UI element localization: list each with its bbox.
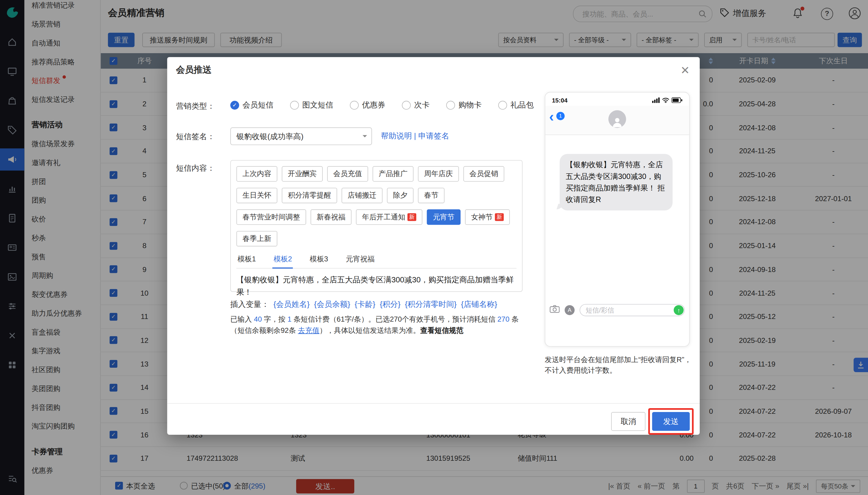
sms-template-chip[interactable]: 会员促销: [463, 166, 504, 182]
template-tab[interactable]: 模板1: [237, 252, 257, 268]
insert-variables-row: 插入变量： {会员姓名}{会员余额}{卡龄}{积分}{积分清零时间}{店铺名称}: [230, 300, 530, 309]
member-push-modal: 会员推送 ✕ 营销类型： 会员短信图文短信优惠券次卡购物卡礼品包 短信签名： 银…: [167, 57, 700, 435]
template-tab[interactable]: 模板2: [273, 252, 293, 269]
phone-nav-bar: ‹ 1: [545, 106, 689, 135]
phone-status-bar: 15:04: [545, 95, 689, 106]
insert-variable-token[interactable]: {会员姓名}: [273, 300, 310, 309]
sms-content-box: 上次内容开业酬宾会员充值产品推广周年店庆会员促销生日关怀积分清零提醒店铺搬迁除夕…: [230, 160, 523, 292]
radio-unchecked-icon[interactable]: [446, 101, 455, 109]
modal-title: 会员推送: [176, 64, 211, 76]
marketing-type-label: 礼品包: [510, 100, 534, 110]
sms-template-chip[interactable]: 产品推广: [372, 166, 414, 182]
camera-icon: [550, 305, 560, 315]
template-chip-list: 上次内容开业酬宾会员充值产品推广周年店庆会员促销生日关怀积分清零提醒店铺搬迁除夕…: [237, 166, 517, 246]
new-badge: 新: [407, 213, 416, 221]
close-icon[interactable]: ✕: [678, 62, 692, 79]
marketing-type-label: 购物卡: [458, 100, 482, 110]
radio-unchecked-icon[interactable]: [498, 101, 507, 109]
phone-input-placeholder: 短信/彩信: [586, 305, 614, 316]
marketing-type-option[interactable]: 图文短信: [290, 100, 333, 110]
template-tab[interactable]: 元宵祝福: [345, 252, 376, 268]
marketing-type-group: 会员短信图文短信优惠券次卡购物卡礼品包: [230, 100, 534, 110]
marketing-type-label: 营销类型：: [176, 101, 215, 112]
modal-footer-divider: [167, 403, 700, 404]
signal-icon: [652, 96, 660, 105]
sms-template-chip[interactable]: 元宵节: [427, 209, 461, 225]
insert-variable-token[interactable]: {积分}: [380, 300, 400, 309]
wifi-icon: [662, 96, 669, 105]
sms-template-chip[interactable]: 会员充值: [327, 166, 368, 182]
phone-input-row: A 短信/彩信 ↑: [545, 304, 689, 317]
sms-template-chip[interactable]: 女神节新: [465, 209, 510, 225]
send-arrow-icon: ↑: [674, 305, 684, 315]
sms-template-chip[interactable]: 上次内容: [237, 166, 278, 182]
send-button[interactable]: 发送: [652, 412, 690, 431]
sms-template-chip[interactable]: 除夕: [387, 188, 414, 204]
sms-preview-bubble: 【银豹收银】元宵特惠，全店五大品类专区满300减30，购买指定商品加赠当季鲜果！…: [560, 154, 673, 210]
appstore-icon: A: [565, 305, 575, 315]
cancel-button[interactable]: 取消: [611, 412, 645, 431]
unread-badge: 1: [556, 112, 565, 120]
radio-unchecked-icon[interactable]: [290, 101, 299, 109]
marketing-type-label: 优惠券: [362, 100, 385, 110]
sms-template-chip[interactable]: 积分清零提醒: [282, 188, 337, 204]
radio-unchecked-icon[interactable]: [350, 101, 359, 109]
sms-signature-label: 短信签名：: [176, 132, 215, 142]
marketing-type-label: 次卡: [414, 100, 430, 110]
sms-message-textarea[interactable]: 【银豹收银】元宵特惠，全店五大品类专区满300减30，购买指定商品加赠当季鲜果！: [237, 273, 517, 298]
insert-variable-token[interactable]: {会员余额}: [314, 300, 350, 309]
sms-signature-select[interactable]: 银豹收银(成功率高): [230, 127, 372, 145]
marketing-type-option[interactable]: 购物卡: [446, 100, 482, 110]
radio-unchecked-icon[interactable]: [402, 101, 411, 109]
insert-variables-label: 插入变量：: [230, 300, 269, 309]
append-note: 发送时平台会在短信尾部加上“拒收请回复R”， 不计入费用统计字数。: [545, 354, 693, 375]
sms-template-chip[interactable]: 店铺搬迁: [342, 188, 383, 204]
phone-time: 15:04: [552, 97, 568, 104]
contact-avatar: [608, 110, 626, 128]
sms-rules-link[interactable]: 查看短信规范: [420, 326, 463, 334]
radio-checked-icon[interactable]: [230, 101, 239, 109]
recharge-link[interactable]: 去充值: [298, 326, 319, 334]
sms-template-chip[interactable]: 周年店庆: [418, 166, 459, 182]
sms-template-chip[interactable]: 春节营业时间调整: [237, 209, 306, 225]
sms-template-chip[interactable]: 年后开工通知新: [356, 209, 422, 225]
insert-variable-token[interactable]: {店铺名称}: [461, 300, 497, 309]
marketing-type-option[interactable]: 优惠券: [350, 100, 385, 110]
battery-icon: [671, 96, 682, 105]
sms-template-chip[interactable]: 生日关怀: [237, 188, 278, 204]
marketing-type-option[interactable]: 礼品包: [498, 100, 534, 110]
sms-template-chip[interactable]: 春季上新: [237, 231, 278, 246]
marketing-type-label: 会员短信: [242, 100, 273, 110]
template-tab[interactable]: 模板3: [309, 252, 329, 268]
marketing-type-option[interactable]: 会员短信: [230, 100, 273, 110]
marketing-type-label: 图文短信: [302, 100, 333, 110]
back-chevron-icon: ‹: [549, 109, 554, 123]
sms-template-chip[interactable]: 春节: [418, 188, 445, 204]
signature-help-links[interactable]: 帮助说明 | 申请签名: [381, 131, 449, 141]
sms-billing-summary: 已输入 40 字，按 1 条短信计费（61字/条）。已选270个有效手机号，预计…: [230, 314, 527, 336]
chevron-down-icon: [363, 135, 367, 140]
marketing-type-option[interactable]: 次卡: [402, 100, 430, 110]
sms-template-chip[interactable]: 开业酬宾: [282, 166, 323, 182]
insert-variable-token[interactable]: {积分清零时间}: [405, 300, 456, 309]
template-tabs: 模板1模板2模板3元宵祝福: [237, 252, 517, 269]
sms-content-label: 短信内容：: [176, 163, 215, 173]
sms-template-chip[interactable]: 新春祝福: [311, 209, 352, 225]
phone-preview: 15:04 ‹ 1 【银豹收银】元宵特惠，全店五大品类专区满300减30，购买指…: [545, 92, 690, 347]
new-badge: 新: [495, 213, 504, 221]
app-window: 精准营销记录场景营销自动通知推荐商品策略短信群发短信发送记录营销活动微信场景发券…: [0, 0, 868, 495]
insert-variable-token[interactable]: {卡龄}: [354, 300, 375, 309]
phone-sms-input: 短信/彩信 ↑: [579, 304, 685, 316]
phone-message-area: 【银豹收银】元宵特惠，全店五大品类专区满300减30，购买指定商品加赠当季鲜果！…: [545, 135, 689, 321]
